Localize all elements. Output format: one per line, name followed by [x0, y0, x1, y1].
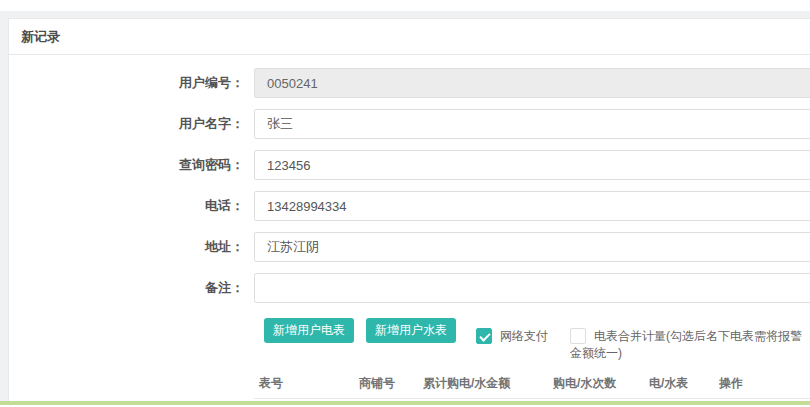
column-header-meter-type: 电/水表 [649, 375, 719, 392]
remark-input[interactable] [254, 273, 810, 303]
network-pay-checkbox-group: 网络支付 [476, 328, 556, 345]
meter-table-header-row: 表号 商铺号 累计购电/水金额 购电/水次数 电/水表 操作 [254, 368, 810, 399]
previous-panel-bottom-edge [0, 0, 810, 11]
form-row-phone: 电话： [9, 191, 810, 221]
phone-label: 电话： [9, 191, 244, 221]
user-name-label: 用户名字： [9, 109, 244, 139]
page-title: 新记录 [21, 28, 60, 46]
remark-label: 备注： [9, 273, 244, 303]
query-password-input[interactable] [254, 150, 810, 180]
phone-input[interactable] [254, 191, 810, 221]
column-header-meter-no: 表号 [254, 375, 359, 392]
user-id-label: 用户编号： [9, 68, 244, 98]
panel-header: 新记录 [9, 19, 810, 55]
address-label: 地址： [9, 232, 244, 262]
form-row-address: 地址： [9, 232, 810, 262]
network-pay-checkbox[interactable] [476, 328, 492, 344]
add-electric-meter-button[interactable]: 新增用户电表 [264, 318, 354, 343]
column-header-actions: 操作 [719, 375, 810, 392]
network-pay-label: 网络支付 [500, 329, 548, 343]
column-header-shop-no: 商铺号 [359, 375, 423, 392]
column-header-purchase-times: 购电/水次数 [553, 375, 649, 392]
form-row-user-name: 用户名字： [9, 109, 810, 139]
merge-meter-checkbox[interactable] [570, 328, 586, 344]
query-password-label: 查询密码： [9, 150, 244, 180]
form-row-query-password: 查询密码： [9, 150, 810, 180]
column-header-total-amount: 累计购电/水金额 [423, 375, 553, 392]
merge-meter-checkbox-group: 电表合并计量(勾选后名下电表需将报警金额统一) [570, 328, 810, 362]
user-name-input[interactable] [254, 109, 810, 139]
new-record-panel: 新记录 用户编号： 用户名字： 查询密码： 电话： 地址： 备注： 新增用 [8, 18, 810, 407]
action-row: 新增用户电表 新增用户水表 网络支付 电表合并计量(勾选后名下电表需将报警金额统… [9, 318, 810, 362]
address-input[interactable] [254, 232, 810, 262]
add-water-meter-button[interactable]: 新增用户水表 [366, 318, 456, 343]
merge-meter-label: 电表合并计量(勾选后名下电表需将报警金额统一) [570, 329, 802, 360]
form-row-user-id: 用户编号： [9, 68, 810, 98]
form-row-remark: 备注： [9, 273, 810, 303]
new-record-form: 用户编号： 用户名字： 查询密码： 电话： 地址： 备注： 新增用户电表 新增用… [9, 55, 810, 399]
user-id-input[interactable] [254, 68, 810, 98]
